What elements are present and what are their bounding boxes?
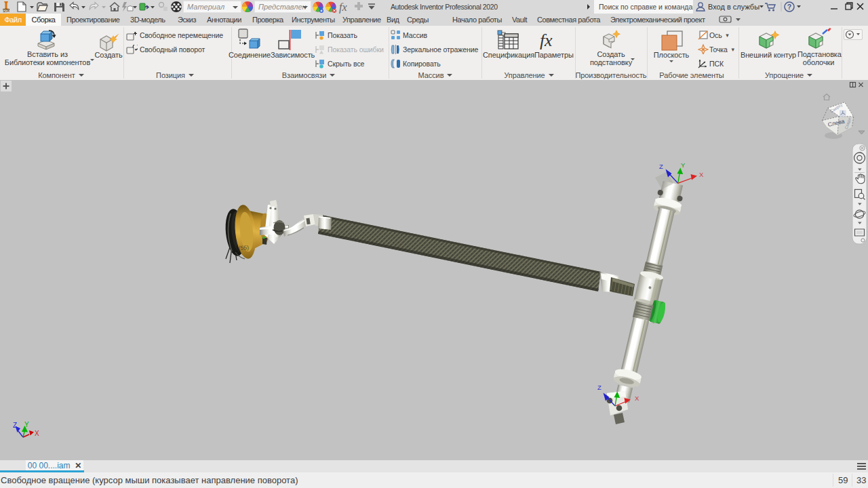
svg-text:X: X [35,430,39,437]
svg-text:Z: Z [659,163,663,170]
svg-text:?: ? [787,3,791,11]
svg-text:(55): (55) [239,244,250,251]
svg-text:Z: Z [597,384,601,391]
svg-text:fx: fx [540,31,553,50]
svg-text:Z: Z [13,422,17,429]
svg-text:Y: Y [24,421,29,428]
svg-text:Y: Y [681,161,686,169]
svg-text:X: X [699,171,704,178]
svg-text:fx: fx [339,1,347,14]
svg-text:X: X [635,394,639,402]
svg-text:PRO: PRO [3,9,9,13]
